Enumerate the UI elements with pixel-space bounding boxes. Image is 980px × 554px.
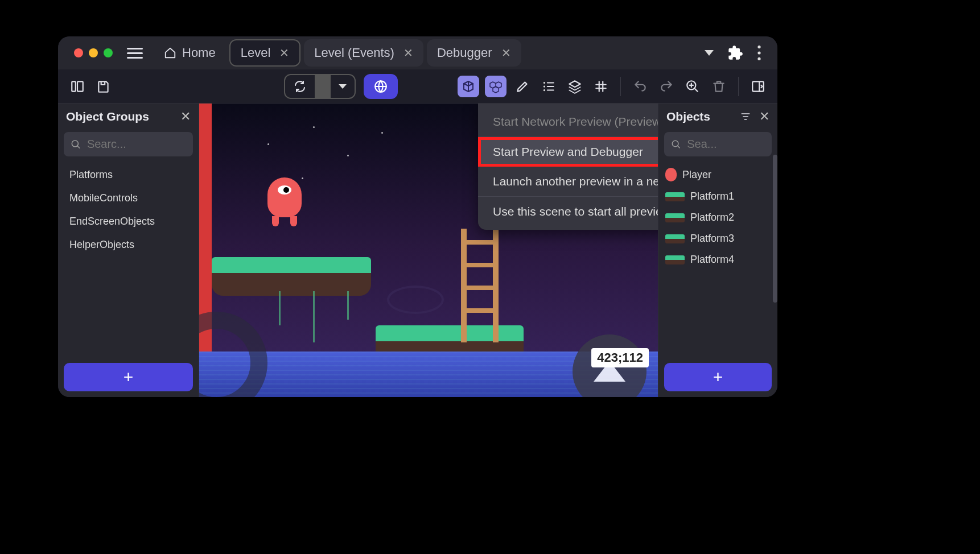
panels-toggle-button[interactable] [67,76,88,97]
toolbar [58,69,777,104]
object-groups-panel: Object Groups ✕ Platforms MobileControls… [58,104,199,397]
close-window-button[interactable] [74,48,83,57]
layers-button[interactable] [565,76,585,97]
preview-dropdown-menu: Start Network Preview (Preview over WiFi… [478,104,658,230]
instances-tool-button[interactable] [485,76,507,97]
object-groups-list: Platforms MobileControls EndScreenObject… [58,159,199,357]
search-box[interactable] [664,132,772,156]
object-tool-button[interactable] [458,76,479,97]
titlebar: Home Level ✕ Level (Events) ✕ Debugger ✕ [58,36,777,69]
svg-rect-3 [72,81,76,91]
object-thumbnail [665,255,685,264]
object-thumbnail [665,234,685,243]
panel-header: Objects ✕ [658,104,777,130]
extension-icon[interactable] [727,45,743,61]
search-input[interactable] [687,138,765,151]
list-item[interactable]: Platforms [58,163,199,187]
tab-label: Debugger [437,46,492,60]
tab-level[interactable]: Level ✕ [229,39,301,67]
add-group-button[interactable]: + [64,363,193,391]
object-label: Platform1 [690,191,734,202]
search-icon [671,138,681,151]
panel-title: Objects [666,110,710,123]
search-box[interactable] [64,132,193,156]
object-thumbnail [665,168,677,181]
list-tool-button[interactable] [538,76,559,97]
menu-item-network-preview[interactable]: Start Network Preview (Preview over WiFi… [478,107,658,137]
undo-button[interactable] [630,76,650,97]
minimize-window-button[interactable] [89,48,98,57]
edit-tool-button[interactable] [512,76,533,97]
menu-item-preview-debugger[interactable]: Start Preview and Debugger [478,137,658,167]
settings-panel-button[interactable] [748,76,768,97]
save-button[interactable] [93,76,114,97]
tab-label: Level [241,46,271,60]
panel-title: Object Groups [66,110,149,123]
object-label: Platform3 [690,233,734,245]
list-item[interactable]: HelperObjects [58,233,199,257]
list-item[interactable]: MobileControls [58,187,199,210]
titlebar-right [705,45,773,61]
menu-item-use-scene[interactable]: Use this scene to start all previews [478,197,658,226]
list-item[interactable]: Player [658,163,777,186]
cursor-coords: 423;112 [591,348,649,367]
list-item[interactable]: Platform1 [658,186,777,207]
redo-button[interactable] [656,76,677,97]
close-panel-button[interactable]: ✕ [180,109,191,124]
preview-dropdown-button[interactable] [331,75,355,98]
add-object-button[interactable]: + [664,363,772,391]
more-icon[interactable] [757,46,761,60]
search-input[interactable] [87,138,186,151]
zoom-button[interactable] [682,76,703,97]
object-label: Platform4 [690,254,734,266]
scene-canvas[interactable]: 423;112 Start Network Preview (Preview o… [199,104,658,397]
search-icon [71,138,81,151]
svg-point-6 [543,81,545,83]
traffic-lights [74,48,113,57]
list-item[interactable]: Platform2 [658,207,777,228]
network-preview-button[interactable] [364,74,398,99]
maximize-window-button[interactable] [104,48,113,57]
objects-list: Player Platform1 Platform2 Platform3 Pla… [658,159,777,357]
menu-button[interactable] [127,43,146,63]
close-icon[interactable]: ✕ [501,46,511,60]
object-thumbnail [665,213,685,222]
player-sprite[interactable] [267,177,302,217]
menu-item-launch-another[interactable]: Launch another preview in a new window [478,167,658,197]
delete-button[interactable] [709,76,729,97]
svg-point-1 [757,51,760,54]
tab-label: Home [182,46,216,60]
home-icon [164,47,176,59]
object-thumbnail [665,192,685,201]
close-icon[interactable]: ✕ [279,46,289,60]
close-panel-button[interactable]: ✕ [759,109,769,124]
filter-icon[interactable] [740,111,751,122]
grid-button[interactable] [591,76,611,97]
objects-panel: Objects ✕ Player Platform1 [658,104,777,397]
list-item[interactable]: Platform4 [658,249,777,270]
list-item[interactable]: Platform3 [658,228,777,249]
object-label: Platform2 [690,212,734,224]
list-item[interactable]: EndScreenObjects [58,210,199,233]
object-label: Player [682,169,711,181]
tab-label: Level (Events) [314,46,394,60]
svg-point-0 [757,46,760,48]
tab-level-events[interactable]: Level (Events) ✕ [304,39,423,67]
tab-home[interactable]: Home [154,39,226,67]
chevron-down-icon[interactable] [705,50,714,56]
preview-button-group [284,74,356,99]
app-window: Home Level ✕ Level (Events) ✕ Debugger ✕ [58,36,777,397]
svg-rect-4 [77,81,83,91]
scrollbar[interactable] [773,155,777,303]
svg-point-2 [757,57,760,60]
close-icon[interactable]: ✕ [403,46,413,60]
refresh-preview-button[interactable] [285,75,315,98]
main-area: Object Groups ✕ Platforms MobileControls… [58,104,777,397]
tab-debugger[interactable]: Debugger ✕ [427,39,521,67]
svg-point-8 [543,89,545,90]
panel-header: Object Groups ✕ [58,104,199,130]
svg-point-7 [543,85,545,87]
